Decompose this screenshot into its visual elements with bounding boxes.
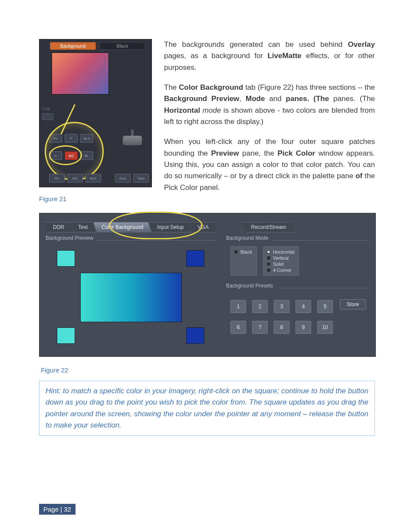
- fig21-gradient-preview: [52, 52, 109, 95]
- fig22-preset-10[interactable]: 10: [317, 321, 333, 334]
- fig21-chip: ic: [49, 151, 62, 160]
- fig22-radio-4corner[interactable]: 4 Corner: [266, 268, 295, 273]
- fig22-mode-pane: Black Horizontal Vertical Solid 4 Corner: [230, 246, 299, 276]
- fig22-preset-9[interactable]: 9: [296, 321, 311, 334]
- fig22-preset-5[interactable]: 5: [317, 300, 333, 313]
- fig22-black-col: Black: [230, 246, 257, 276]
- fig21-annotation-line: [59, 104, 76, 136]
- body-text: The backgrounds generated can be used be…: [164, 39, 375, 202]
- radio-icon: [266, 261, 271, 267]
- fig22-preset-3[interactable]: 3: [274, 300, 289, 313]
- fig21-row-b: ic BG BL: [39, 151, 151, 160]
- paragraph-2: The Color Background tab (Figure 22) has…: [164, 82, 375, 127]
- fig22-preview-pane: [57, 246, 204, 346]
- fig22-tab-text[interactable]: Text: [70, 222, 96, 232]
- fig21-chip: P: [65, 134, 78, 143]
- fig22-preset-4[interactable]: 4: [296, 300, 311, 313]
- fig22-gradient-preview: [80, 273, 182, 322]
- fig22-radio-vertical[interactable]: Vertical: [266, 255, 295, 261]
- fig21-chip: BG: [67, 174, 83, 183]
- fig21-tbar: [123, 136, 142, 145]
- fig22-mode-options: Horizontal Vertical Solid 4 Corner: [263, 246, 299, 276]
- figure-21-caption: Figure 21: [39, 195, 152, 202]
- fig22-tab-input-setup[interactable]: Input Setup: [149, 222, 192, 232]
- fig22-color-patch-br[interactable]: [186, 327, 204, 344]
- fig22-color-patch-tr[interactable]: [186, 250, 204, 267]
- fig22-presets-label: Background Presets: [226, 283, 273, 289]
- fig21-row-c: Pic BG BLK Auto Take: [39, 174, 151, 183]
- fig22-divider: [274, 240, 369, 241]
- fig22-preset-6[interactable]: 6: [230, 321, 246, 334]
- fig22-tab-record-stream[interactable]: Record/Stream: [243, 222, 295, 232]
- fig22-mode-label: Background Mode: [226, 235, 268, 241]
- fig21-chip-take: Take: [133, 174, 149, 183]
- fig22-preset-1[interactable]: 1: [230, 300, 246, 313]
- fig21-chip: BLK: [80, 134, 93, 143]
- fig21-chip: BLK: [85, 174, 101, 183]
- fig22-radio-black[interactable]: Black: [233, 249, 252, 255]
- fig21-cue-label: CUE: [42, 107, 50, 111]
- paragraph-3: When you left-click any of the four oute…: [164, 136, 375, 193]
- fig21-cue-bar: [42, 113, 53, 120]
- fig22-preview-label: Background Preview: [46, 235, 93, 241]
- fig21-tab-background: Background: [50, 42, 96, 50]
- fig22-tab-color-background[interactable]: Color Background: [93, 222, 151, 232]
- fig22-radio-horizontal[interactable]: Horizontal: [266, 249, 295, 255]
- fig22-tab-vga[interactable]: VGA: [189, 222, 217, 232]
- hint-box: Hint: to match a specific color in your …: [39, 381, 375, 436]
- figure-22-caption: Figure 22: [41, 366, 375, 374]
- fig22-presets-pane: 1 2 3 4 5 6 7 8 9 10: [230, 300, 333, 342]
- fig22-store-button[interactable]: Store: [340, 299, 366, 310]
- fig22-preset-8[interactable]: 8: [274, 321, 289, 334]
- fig22-tab-ddr[interactable]: DDR: [45, 222, 72, 232]
- fig22-divider: [96, 240, 217, 241]
- fig22-divider: [278, 288, 369, 288]
- fig22-preset-2[interactable]: 2: [252, 300, 268, 313]
- fig21-chip: Pic: [49, 134, 62, 143]
- radio-icon: [233, 249, 239, 255]
- fig22-radio-solid[interactable]: Solid: [266, 261, 295, 267]
- fig21-tab-black: Black: [99, 42, 145, 50]
- figure-21-image: Background Black CUE Pic P BLK ic BG BL: [39, 39, 152, 187]
- page-footer: Page | 32: [39, 504, 76, 515]
- fig21-chip: BL: [80, 151, 93, 160]
- radio-icon: [266, 255, 271, 261]
- fig22-color-patch-bl[interactable]: [57, 327, 75, 344]
- fig22-color-patch-tl[interactable]: [57, 250, 75, 267]
- paragraph-1: The backgrounds generated can be used be…: [164, 39, 375, 73]
- radio-icon: [266, 249, 271, 255]
- fig22-preset-7[interactable]: 7: [252, 321, 268, 334]
- fig21-chip-auto: Auto: [115, 174, 131, 183]
- radio-icon: [266, 268, 271, 273]
- fig22-tab-row: DDR Text Color Background Input Setup VG…: [45, 222, 370, 232]
- figure-22-image: DDR Text Color Background Input Setup VG…: [39, 213, 376, 357]
- fig21-chip: Pic: [49, 174, 65, 183]
- fig21-chip-bg: BG: [65, 151, 78, 160]
